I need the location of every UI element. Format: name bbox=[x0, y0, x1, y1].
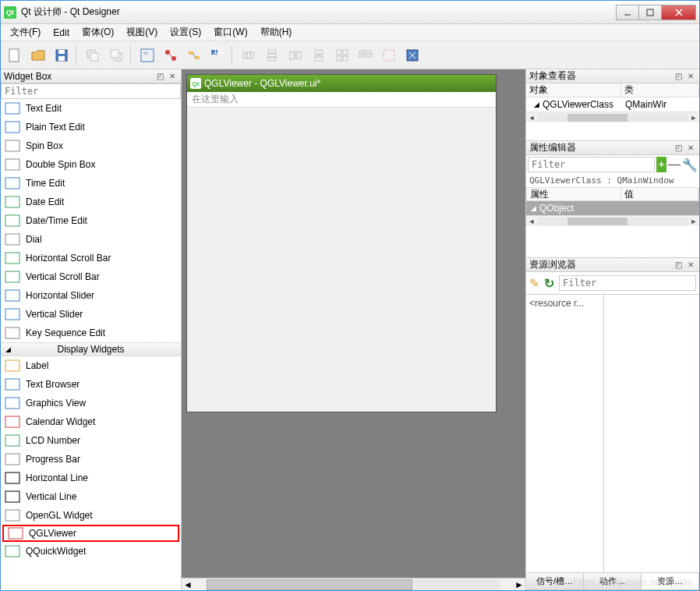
reload-resource-icon[interactable]: ↻ bbox=[544, 276, 554, 291]
tab-signals[interactable]: 信号/槽… bbox=[526, 573, 584, 589]
widget-item[interactable]: Horizontal Line bbox=[1, 469, 181, 487]
layout-grid-button[interactable] bbox=[331, 44, 353, 66]
property-filter-input[interactable] bbox=[528, 157, 655, 172]
edit-tab-order-button[interactable]: 123 bbox=[207, 44, 228, 66]
dock-float-icon[interactable]: ◰ bbox=[673, 143, 684, 154]
category-header[interactable]: ◢Display Widgets bbox=[1, 342, 181, 356]
form-titlebar[interactable]: Qt QGLViewer - QGLViewer.ui* bbox=[187, 75, 496, 92]
widget-item[interactable]: QGLViewer bbox=[2, 525, 179, 542]
property-hscrollbar[interactable]: ◄► bbox=[526, 215, 699, 226]
widget-item[interactable]: LCD Number bbox=[1, 431, 181, 450]
svg-rect-24 bbox=[251, 52, 254, 58]
send-back-button[interactable] bbox=[82, 44, 104, 66]
widget-item[interactable]: QQuickWidget bbox=[1, 542, 181, 561]
widget-icon bbox=[4, 139, 21, 153]
layout-vsplit-button[interactable] bbox=[308, 44, 330, 66]
edit-signals-button[interactable] bbox=[160, 44, 182, 66]
widget-item[interactable]: Spin Box bbox=[1, 136, 181, 155]
widget-item[interactable]: OpenGL Widget bbox=[1, 506, 181, 525]
edit-widgets-button[interactable] bbox=[136, 44, 158, 66]
widget-item[interactable]: Vertical Slider bbox=[1, 305, 181, 324]
save-button[interactable] bbox=[51, 44, 72, 66]
widgetbox-filter-input[interactable] bbox=[1, 83, 181, 99]
form-window[interactable]: Qt QGLViewer - QGLViewer.ui* 在这里输入 bbox=[186, 74, 497, 412]
widget-item[interactable]: Horizontal Scroll Bar bbox=[1, 249, 181, 267]
dock-close-icon[interactable]: ✕ bbox=[685, 71, 696, 82]
widget-item[interactable]: Date/Time Edit bbox=[1, 211, 181, 230]
layout-form-button[interactable] bbox=[355, 44, 377, 66]
dock-float-icon[interactable]: ◰ bbox=[673, 71, 684, 82]
mdi-area[interactable]: Qt QGLViewer - QGLViewer.ui* 在这里输入 bbox=[182, 69, 525, 578]
tab-resources[interactable]: 资源… bbox=[642, 573, 699, 589]
menu-edit[interactable]: Edit bbox=[47, 26, 76, 40]
dock-close-icon[interactable]: ✕ bbox=[685, 143, 696, 154]
svg-rect-32 bbox=[315, 57, 323, 61]
widget-item[interactable]: Text Edit bbox=[1, 99, 181, 118]
remove-property-button[interactable]: — bbox=[668, 157, 681, 172]
resource-filter-input[interactable] bbox=[559, 275, 696, 291]
widget-item[interactable]: Progress Bar bbox=[1, 450, 181, 469]
dock-close-icon[interactable]: ✕ bbox=[685, 260, 696, 271]
layout-hsplit-button[interactable] bbox=[285, 44, 306, 66]
layout-vbox-button[interactable] bbox=[261, 44, 283, 66]
adjust-size-button[interactable] bbox=[401, 44, 423, 66]
widget-item[interactable]: Dial bbox=[1, 230, 181, 249]
property-group-row[interactable]: ◢ QObject bbox=[526, 201, 699, 215]
edit-buddies-button[interactable] bbox=[183, 44, 205, 66]
object-inspector-header[interactable]: 对象查看器 ◰ ✕ bbox=[526, 69, 699, 83]
dock-close-icon[interactable]: ✕ bbox=[167, 71, 178, 82]
resource-browser-header[interactable]: 资源浏览器 ◰ ✕ bbox=[526, 258, 699, 272]
bring-front-button[interactable] bbox=[105, 44, 127, 66]
widget-item[interactable]: Vertical Scroll Bar bbox=[1, 267, 181, 286]
resource-preview[interactable] bbox=[604, 295, 699, 572]
col-class[interactable]: 类 bbox=[621, 83, 699, 97]
open-button[interactable] bbox=[27, 44, 49, 66]
widget-item[interactable]: Text Browser bbox=[1, 375, 181, 394]
edit-resource-icon[interactable]: ✎ bbox=[529, 276, 539, 291]
wrench-icon[interactable]: 🔧 bbox=[682, 157, 698, 172]
menu-help[interactable]: 帮助(H) bbox=[254, 24, 299, 41]
widget-list[interactable]: Text EditPlain Text EditSpin BoxDouble S… bbox=[1, 99, 181, 590]
menu-window[interactable]: 窗口(W) bbox=[207, 24, 253, 41]
widget-item[interactable]: Horizontal Slider bbox=[1, 286, 181, 305]
menu-file[interactable]: 文件(F) bbox=[4, 24, 47, 41]
break-layout-button[interactable] bbox=[378, 44, 400, 66]
dock-float-icon[interactable]: ◰ bbox=[673, 260, 684, 271]
close-button[interactable] bbox=[661, 5, 696, 20]
center-hscrollbar[interactable]: ◄ ► bbox=[182, 578, 525, 590]
minimize-button[interactable] bbox=[616, 5, 639, 20]
widgetbox-header[interactable]: Widget Box ◰ ✕ bbox=[1, 69, 181, 83]
widget-item[interactable]: Double Spin Box bbox=[1, 155, 181, 174]
object-tree-row[interactable]: ◢ QGLViewerClass QMainWir bbox=[526, 97, 699, 111]
widget-item[interactable]: Graphics View bbox=[1, 394, 181, 412]
svg-rect-13 bbox=[143, 51, 148, 55]
object-hscrollbar[interactable]: ◄► bbox=[526, 111, 699, 122]
maximize-button[interactable] bbox=[638, 5, 662, 20]
object-name: QGLViewerClass bbox=[543, 99, 625, 110]
new-form-button[interactable] bbox=[4, 44, 26, 66]
form-menubar[interactable]: 在这里输入 bbox=[187, 92, 496, 108]
dock-float-icon[interactable]: ◰ bbox=[154, 71, 165, 82]
col-value[interactable]: 值 bbox=[621, 188, 698, 200]
add-property-button[interactable]: + bbox=[656, 157, 666, 172]
resource-tree[interactable]: <resource r... bbox=[526, 295, 604, 572]
menu-form[interactable]: 窗体(O) bbox=[76, 24, 120, 41]
tab-actions[interactable]: 动作… bbox=[584, 573, 642, 589]
menu-settings[interactable]: 设置(S) bbox=[164, 24, 207, 41]
titlebar[interactable]: Qt Qt 设计师 - Qt Designer bbox=[1, 1, 699, 24]
widget-item[interactable]: Date Edit bbox=[1, 193, 181, 211]
col-object[interactable]: 对象 bbox=[526, 83, 621, 97]
widget-item[interactable]: Key Sequence Edit bbox=[1, 324, 181, 342]
svg-rect-40 bbox=[359, 55, 362, 57]
svg-rect-55 bbox=[5, 309, 19, 320]
col-property[interactable]: 属性 bbox=[527, 188, 621, 200]
layout-hbox-button[interactable] bbox=[238, 44, 260, 66]
widget-item[interactable]: Plain Text Edit bbox=[1, 118, 181, 136]
widget-item[interactable]: Label bbox=[1, 356, 181, 375]
widget-item[interactable]: Calendar Widget bbox=[1, 412, 181, 431]
widget-item[interactable]: Time Edit bbox=[1, 174, 181, 193]
widget-item[interactable]: Vertical Line bbox=[1, 487, 181, 506]
property-editor-header[interactable]: 属性编辑器 ◰ ✕ bbox=[526, 141, 699, 155]
form-canvas[interactable] bbox=[187, 108, 496, 412]
menu-view[interactable]: 视图(V) bbox=[120, 24, 164, 41]
